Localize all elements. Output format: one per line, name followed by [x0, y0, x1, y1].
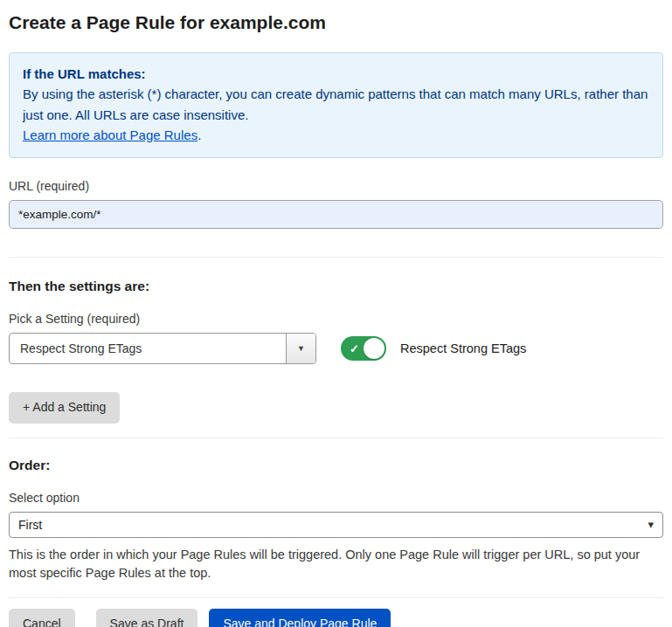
info-box-body: By using the asterisk (*) character, you… [23, 84, 649, 125]
pick-setting-label: Pick a Setting (required) [9, 312, 663, 326]
url-label: URL (required) [9, 179, 663, 193]
order-select[interactable]: First ▾ [9, 512, 663, 538]
etags-toggle[interactable]: ✓ [341, 336, 386, 361]
footer-divider [9, 597, 663, 598]
section-divider [9, 438, 663, 438]
settings-heading: Then the settings are: [9, 279, 663, 294]
setting-row: Respect Strong ETags ▼ ✓ Respect Strong … [9, 333, 663, 364]
check-icon: ✓ [350, 343, 359, 355]
etags-toggle-label: Respect Strong ETags [400, 341, 526, 355]
save-deploy-button[interactable]: Save and Deploy Page Rule [209, 609, 391, 627]
order-heading: Order: [9, 458, 663, 473]
page-rule-form: Create a Page Rule for example.com If th… [0, 0, 672, 627]
toggle-knob [364, 338, 384, 359]
url-input[interactable] [9, 200, 663, 229]
url-match-info-box: If the URL matches: By using the asteris… [9, 52, 663, 158]
order-select-label: Select option [9, 491, 663, 505]
order-help-text: This is the order in which your Page Rul… [9, 546, 663, 584]
save-draft-button[interactable]: Save as Draft [96, 609, 198, 627]
setting-select[interactable]: Respect Strong ETags ▼ [9, 333, 316, 364]
etags-toggle-group: ✓ Respect Strong ETags [341, 336, 526, 361]
footer-actions: Cancel Save as Draft Save and Deploy Pag… [9, 609, 663, 627]
info-box-link-row: Learn more about Page Rules. [23, 125, 649, 145]
chevron-down-icon: ▾ [648, 518, 654, 531]
setting-select-arrow-button[interactable]: ▼ [286, 334, 315, 363]
info-box-heading: If the URL matches: [23, 64, 649, 84]
learn-more-link[interactable]: Learn more about Page Rules [23, 127, 197, 142]
section-divider [9, 257, 663, 258]
cancel-button[interactable]: Cancel [9, 609, 75, 627]
page-title: Create a Page Rule for example.com [9, 12, 663, 33]
order-select-value: First [18, 518, 42, 532]
add-setting-button[interactable]: + Add a Setting [9, 392, 120, 424]
chevron-down-icon: ▼ [297, 344, 305, 353]
setting-select-value: Respect Strong ETags [10, 334, 286, 363]
learn-more-link-suffix: . [197, 127, 201, 142]
